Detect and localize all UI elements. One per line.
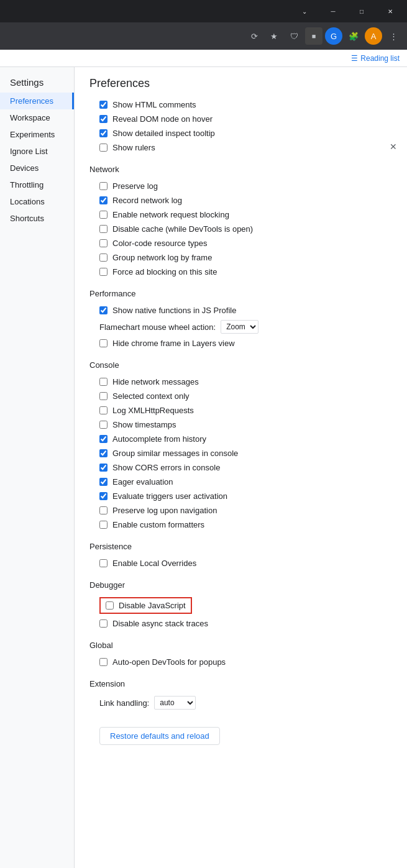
force-ad-blocking-label[interactable]: Force ad blocking on this site [112,267,217,276]
titlebar-maximize[interactable]: □ [347,0,376,22]
checkbox-row-group-network: Group network log by frame [89,250,392,265]
show-timestamps-label[interactable]: Show timestamps [112,420,176,429]
show-cors-checkbox[interactable] [99,464,107,472]
group-similar-label[interactable]: Group similar messages in console [112,449,238,458]
reading-list-icon: ☰ [351,54,358,63]
eager-evaluation-label[interactable]: Eager evaluation [112,477,173,487]
record-network-log-label[interactable]: Record network log [112,196,182,205]
enable-request-blocking-checkbox[interactable] [99,211,107,219]
hide-chrome-frame-label[interactable]: Hide chrome frame in Layers view [112,339,235,348]
checkbox-row-disable-js: Disable JavaScript [89,595,392,616]
enable-local-overrides-checkbox[interactable] [99,559,107,567]
settings-panel: Settings Preferences Workspace Experimen… [0,67,407,868]
log-xmlhttp-checkbox[interactable] [99,406,107,414]
enable-custom-formatters-checkbox[interactable] [99,521,107,529]
autocomplete-history-checkbox[interactable] [99,435,107,443]
show-detailed-inspect-label[interactable]: Show detailed inspect tooltip [112,129,215,138]
show-html-comments-checkbox[interactable] [99,101,107,109]
titlebar-minimize[interactable]: ─ [319,0,347,22]
sidebar-item-workspace[interactable]: Workspace [0,109,74,126]
reload-icon[interactable]: ⟳ [245,27,263,45]
sidebar-item-preferences[interactable]: Preferences [0,93,74,109]
sidebar-item-throttling[interactable]: Throttling [0,176,74,193]
menu-icon[interactable]: ⋮ [385,27,402,45]
checkbox-row-disable-cache: Disable cache (while DevTools is open) [89,222,392,236]
color-code-resources-checkbox[interactable] [99,239,107,247]
shield-icon[interactable]: 🛡 [285,27,303,45]
preserve-log-label[interactable]: Preserve log [112,181,158,191]
auto-open-devtools-label[interactable]: Auto-open DevTools for popups [112,657,226,667]
reading-list-button[interactable]: ☰ Reading list [351,54,400,63]
preserve-log-navigation-label[interactable]: Preserve log upon navigation [112,506,217,515]
show-detailed-inspect-checkbox[interactable] [99,129,107,137]
reading-list-bar: ☰ Reading list [0,50,407,67]
flamechart-select[interactable]: Scroll Zoom [221,320,258,334]
show-rulers-label[interactable]: Show rulers [112,143,155,152]
flamechart-label: Flamechart mouse wheel action: [99,322,216,332]
evaluate-triggers-label[interactable]: Evaluate triggers user activation [112,491,227,501]
disable-javascript-label[interactable]: Disable JavaScript [119,601,186,610]
link-handling-select[interactable]: auto always never [154,696,196,710]
color-code-resources-label[interactable]: Color-code resource types [112,239,207,248]
group-network-log-label[interactable]: Group network log by frame [112,253,212,262]
disable-cache-label[interactable]: Disable cache (while DevTools is open) [112,224,253,234]
show-rulers-checkbox[interactable] [99,144,107,152]
link-handling-row: Link handling: auto always never [89,693,392,712]
disable-async-traces-label[interactable]: Disable async stack traces [112,619,208,628]
sidebar-item-shortcuts[interactable]: Shortcuts [0,210,74,227]
sidebar: Settings Preferences Workspace Experimen… [0,67,75,868]
checkbox-row-preserve-log-navigation: Preserve log upon navigation [89,503,392,518]
log-xmlhttp-label[interactable]: Log XMLHttpRequests [112,406,194,415]
disable-javascript-checkbox[interactable] [106,601,114,610]
panel-close-button[interactable]: ✕ [387,140,400,153]
bookmark-icon[interactable]: ★ [265,27,283,45]
selected-context-label[interactable]: Selected context only [112,391,190,401]
extension-badge[interactable]: ■ [305,27,322,45]
enable-custom-formatters-label[interactable]: Enable custom formatters [112,520,204,529]
show-native-functions-checkbox[interactable] [99,306,107,314]
group-similar-checkbox[interactable] [99,449,107,457]
checkbox-row-enable-local-overrides: Enable Local Overrides [89,556,392,570]
enable-local-overrides-label[interactable]: Enable Local Overrides [112,559,196,568]
checkbox-row-evaluate-triggers: Evaluate triggers user activation [89,489,392,503]
reveal-dom-node-label[interactable]: Reveal DOM node on hover [112,114,213,124]
restore-defaults-button[interactable]: Restore defaults and reload [99,727,220,745]
preserve-log-checkbox[interactable] [99,182,107,190]
hide-network-messages-checkbox[interactable] [99,378,107,386]
global-section-header: Global [89,641,392,650]
selected-context-checkbox[interactable] [99,392,107,400]
show-native-functions-label[interactable]: Show native functions in JS Profile [112,306,236,315]
show-cors-label[interactable]: Show CORS errors in console [112,463,220,472]
show-timestamps-checkbox[interactable] [99,421,107,429]
hide-network-messages-label[interactable]: Hide network messages [112,377,199,386]
disable-cache-checkbox[interactable] [99,225,107,233]
sidebar-item-ignore-list[interactable]: Ignore List [0,143,74,160]
checkbox-row-auto-open-devtools: Auto-open DevTools for popups [89,655,392,669]
group-network-log-checkbox[interactable] [99,254,107,262]
content-area: ✕ Preferences Show HTML comments Reveal … [75,67,407,868]
sidebar-item-devices[interactable]: Devices [0,160,74,176]
preserve-log-navigation-checkbox[interactable] [99,506,107,514]
google-icon[interactable]: G [325,27,342,45]
minimize-icon: ─ [331,8,335,15]
evaluate-triggers-checkbox[interactable] [99,492,107,500]
checkbox-row-eager-evaluation: Eager evaluation [89,475,392,489]
hide-chrome-frame-checkbox[interactable] [99,339,107,347]
titlebar-chevron[interactable]: ⌄ [290,0,319,22]
autocomplete-history-label[interactable]: Autocomplete from history [112,434,206,444]
enable-request-blocking-label[interactable]: Enable network request blocking [112,210,229,219]
show-html-comments-label[interactable]: Show HTML comments [112,100,196,109]
force-ad-blocking-checkbox[interactable] [99,268,107,276]
record-network-log-checkbox[interactable] [99,196,107,204]
sidebar-item-locations[interactable]: Locations [0,193,74,210]
disable-async-traces-checkbox[interactable] [99,619,107,628]
titlebar-close[interactable]: ✕ [376,0,405,22]
reveal-dom-node-checkbox[interactable] [99,115,107,123]
puzzle-icon[interactable]: 🧩 [345,27,362,45]
auto-open-devtools-checkbox[interactable] [99,658,107,666]
browser-toolbar: ⟳ ★ 🛡 ■ G 🧩 A ⋮ [0,22,407,50]
sidebar-item-experiments[interactable]: Experiments [0,126,74,143]
console-section-header: Console [89,360,392,370]
eager-evaluation-checkbox[interactable] [99,478,107,486]
avatar-icon[interactable]: A [365,27,382,45]
